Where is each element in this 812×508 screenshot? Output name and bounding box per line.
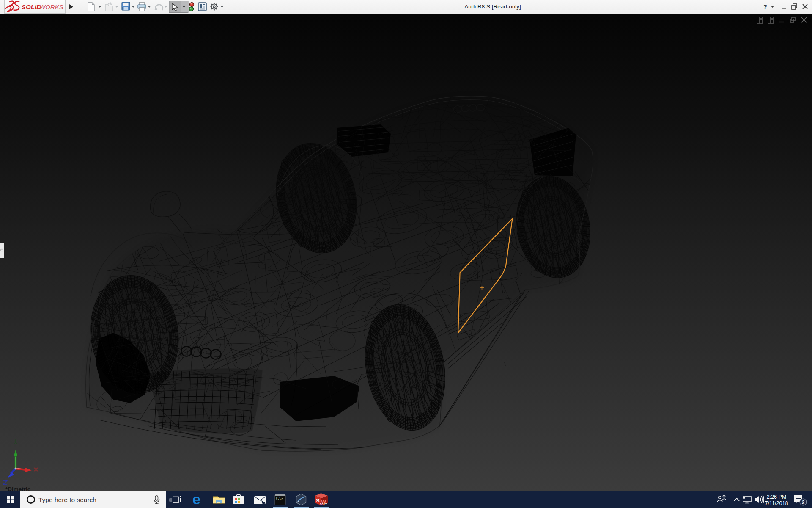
svg-text:2017: 2017 bbox=[319, 502, 327, 506]
svg-text:*Dimetric: *Dimetric bbox=[5, 486, 31, 491]
svg-text:e: e bbox=[192, 491, 200, 507]
svg-text:2: 2 bbox=[802, 500, 805, 505]
svg-text:2:26 PM: 2:26 PM bbox=[767, 494, 787, 500]
svg-text:S: S bbox=[316, 497, 320, 504]
svg-text:?: ? bbox=[763, 3, 767, 10]
svg-text:7/11/2018: 7/11/2018 bbox=[765, 500, 788, 506]
svg-text:Type here to search: Type here to search bbox=[38, 496, 96, 503]
